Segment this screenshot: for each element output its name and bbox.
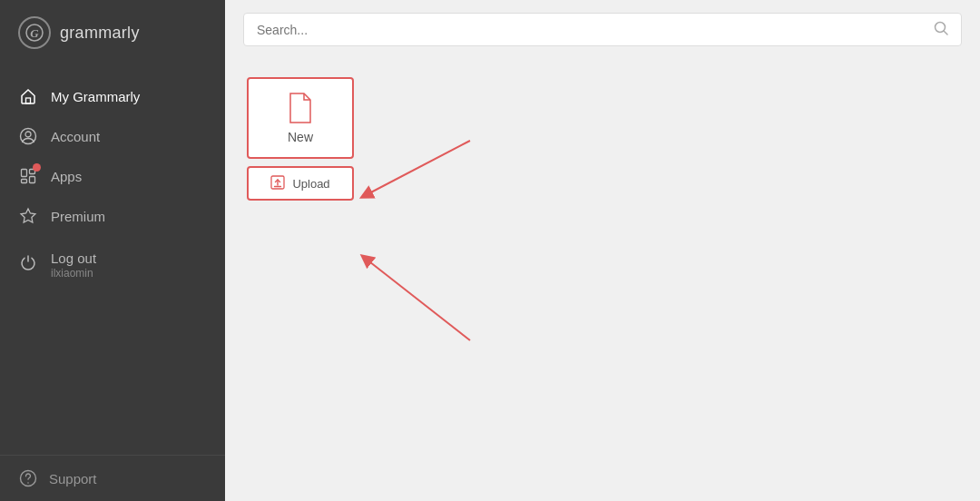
help-circle-icon <box>18 468 38 488</box>
upload-icon <box>270 175 285 192</box>
svg-rect-5 <box>22 170 27 177</box>
star-icon <box>18 206 38 226</box>
search-input[interactable] <box>257 23 926 37</box>
sidebar-item-label-apps: Apps <box>51 169 82 184</box>
svg-rect-8 <box>22 180 27 183</box>
svg-line-15 <box>366 259 470 340</box>
sidebar-item-my-grammarly[interactable]: My Grammarly <box>0 76 225 116</box>
sidebar-item-label-account: Account <box>51 129 100 144</box>
search-icon <box>934 21 948 38</box>
logout-label-wrap: Log out ilxiaomin <box>51 250 96 280</box>
sidebar-nav: My Grammarly Account <box>0 67 225 455</box>
sidebar-item-premium[interactable]: Premium <box>0 196 225 236</box>
sidebar-item-label-my-grammarly: My Grammarly <box>51 89 140 104</box>
sidebar-item-account[interactable]: Account <box>0 116 225 156</box>
logout-username: ilxiaomin <box>51 267 96 280</box>
apps-icon <box>18 166 38 186</box>
power-icon <box>18 252 38 272</box>
svg-point-10 <box>27 482 29 484</box>
main-content: New Upload <box>225 0 980 501</box>
svg-point-4 <box>25 132 31 137</box>
logo-icon: G <box>18 16 51 49</box>
new-document-card[interactable]: New <box>247 77 354 159</box>
new-doc-icon <box>287 92 314 124</box>
sidebar-item-label-premium: Premium <box>51 209 105 224</box>
home-icon <box>18 86 38 106</box>
search-bar <box>225 0 980 59</box>
cards-row: New Upload <box>247 77 356 201</box>
search-input-wrap[interactable] <box>243 13 962 46</box>
svg-text:G: G <box>30 26 39 40</box>
svg-rect-2 <box>26 98 31 103</box>
new-label: New <box>288 130 313 144</box>
sidebar-item-support[interactable]: Support <box>0 455 225 501</box>
content-area: New Upload <box>225 59 980 501</box>
logout-section: Log out ilxiaomin <box>0 236 225 290</box>
svg-rect-7 <box>30 177 35 183</box>
support-label: Support <box>49 471 97 486</box>
logo-area: G grammarly <box>0 0 225 67</box>
account-icon <box>18 126 38 146</box>
sidebar-item-apps[interactable]: Apps <box>0 156 225 196</box>
svg-line-14 <box>366 141 470 195</box>
svg-line-12 <box>944 31 947 34</box>
logo-text: grammarly <box>60 24 140 43</box>
sidebar-item-logout[interactable]: Log out ilxiaomin <box>0 243 225 287</box>
sidebar: G grammarly My Grammarly Acco <box>0 0 225 501</box>
upload-label: Upload <box>292 177 329 191</box>
upload-card[interactable]: Upload <box>247 166 354 201</box>
apps-badge <box>33 163 41 172</box>
logout-label: Log out <box>51 250 96 266</box>
